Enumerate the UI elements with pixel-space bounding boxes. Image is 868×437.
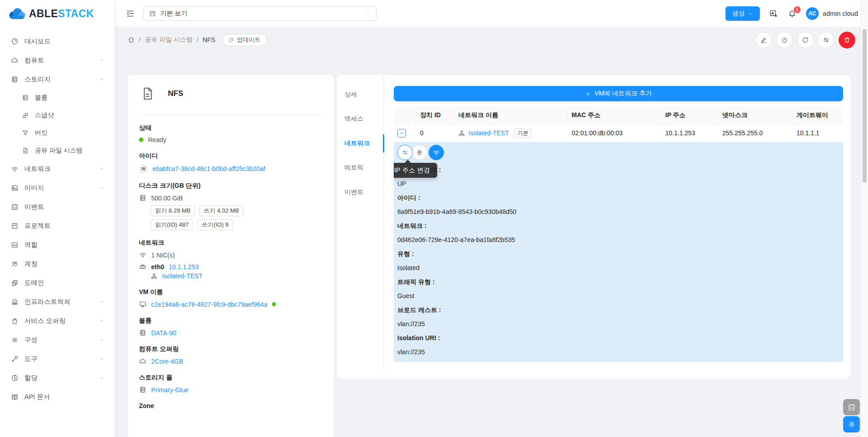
resource-id-link[interactable]: ebabfca7-38cd-46c1-b0bd-aff25c3b20af [153,165,265,172]
service-offerings-icon [11,317,19,325]
chevron-down-icon [365,11,371,16]
dashboard-icon [11,38,19,45]
cell-device-id: 0 [415,129,454,137]
tab-events[interactable]: 이벤트 [344,180,383,204]
sidebar-item-configuration[interactable]: 구성 [0,330,114,349]
page-scrollbar[interactable] [861,0,868,437]
vm-status-dot [272,302,276,306]
sidebar-item-events[interactable]: 이벤트 [0,197,114,216]
tab-details[interactable]: 상세 [344,82,383,107]
nic-detail-value: vlan://235 [397,320,839,328]
nic-detail-label: 네트워크 : [397,222,839,230]
sidebar-item-accounts[interactable]: 계정 [0,254,114,273]
cell-mac: 02:01:00:db:00:03 [567,129,661,137]
project-view-icon [149,10,156,17]
sidebar-item-image[interactable]: 이미지 [0,178,114,197]
sidebar-item-domains[interactable]: 도메인 [0,273,114,292]
nic-detail-label: 아이디 : [397,194,839,202]
volume-label: 볼륨 [139,317,323,325]
monitor-icon [139,300,147,308]
change-ip-button[interactable] [397,145,413,160]
sidebar-item-dashboard[interactable]: 대시보드 [0,32,114,51]
barcode-icon [139,164,148,173]
scrollbar-thumb[interactable] [863,29,867,183]
network-tree-icon [151,273,157,280]
trash-icon [843,36,851,44]
sidebar-item-tools[interactable]: 도구 [0,349,114,368]
create-button[interactable]: 생성 [725,6,760,21]
sidebar-item-projects[interactable]: 프로젝트 [0,216,114,235]
stop-button[interactable] [776,32,793,48]
image-icon [11,184,19,192]
sidebar-item-network[interactable]: 네트워크 [0,159,114,178]
default-tag: 기본 [514,128,532,138]
home-icon[interactable] [128,36,135,43]
edit-button[interactable] [755,32,772,48]
delete-button[interactable] [839,32,855,48]
network-name-link[interactable]: Isolated-TEST [468,129,509,137]
cell-gateway: 10.1.1.1 [792,129,843,137]
disk-stat-tags: 읽기 8.29 MB쓰기 4.02 MB읽기(IO) 487쓰기(IO) 9 [151,205,323,230]
domains-icon [11,279,19,287]
volume-link[interactable]: DATA-90 [151,329,176,337]
nic-ip-link[interactable]: 10.1.1.253 [169,263,199,271]
sidebar-item-snapshot[interactable]: 스냅샷 [0,106,114,124]
nic-network-link[interactable]: Isolated-TEST [162,272,202,280]
swap-icon [822,36,830,44]
sidebar-item-roles[interactable]: 역할 [0,235,114,254]
nic-detail-label: 디바이스 상태 : [397,166,839,174]
nic-detail-label: 유형 : [397,250,839,258]
sidebar-item-label: 컴퓨트 [24,56,44,65]
restart-button[interactable] [797,32,814,48]
disk-icon [139,194,147,202]
nic-table-row: 0 Isolated-TEST 기본 02:01:00:db:00:03 10.… [394,124,843,142]
sidebar-item-volume[interactable]: 볼륨 [0,89,114,106]
disk-size-label: 디스크 크기(GB 단위) [139,182,323,190]
user-menu[interactable]: AC admin cloud [806,7,858,20]
sidebar-item-storage[interactable]: 스토리지 [0,70,114,89]
cell-ip: 10.1.1.253 [661,129,718,137]
storage-pool-label: 스토리지 풀 [139,374,323,382]
sidebar-item-api-docs[interactable]: API 문서 [0,387,114,406]
api-docs-icon [11,393,19,401]
chevron-down-icon [99,166,105,171]
tab-access[interactable]: 액세스 [344,107,383,131]
menu-fold-icon[interactable] [126,9,135,18]
shared-filesystem-icon [22,147,29,154]
sidebar-item-compute[interactable]: 컴퓨트 [0,51,114,70]
network-tab-panel: VM에 네트워크 추가 장치 ID네트워크 이름MAC 주소IP 주소넷마스크게… [384,75,843,371]
compute-offering-link[interactable]: 2Core-4GB [151,358,183,365]
sidebar-item-service-offerings[interactable]: 서비스 오퍼링 [0,311,114,330]
notifications-button[interactable]: 1 [787,9,797,19]
cloud-icon [139,357,147,365]
add-network-button[interactable]: VM에 네트워크 추가 [394,86,843,101]
nic-table: 장치 ID네트워크 이름MAC 주소IP 주소넷마스크게이트웨이 0 Isola… [394,107,843,362]
sidebar-submenu-storage: 볼륨스냅샷버킷공유 파일 시스템 [0,89,114,159]
migrate-button[interactable] [818,32,835,48]
storage-pool-link[interactable]: Primary-Glue [151,386,188,394]
resource-title: NFS [168,89,183,98]
network-permissions-button[interactable] [429,145,444,160]
sidebar-item-shared-filesystem[interactable]: 공유 파일 시스템 [0,142,114,159]
tab-network[interactable]: 네트워크 [344,131,383,156]
secondary-ip-button[interactable] [412,145,427,160]
sidebar-item-label: 할당 [24,374,38,382]
settings-button[interactable] [843,416,860,432]
breadcrumb-shared-fs[interactable]: 공유 파일 시스템 [145,36,193,44]
sidebar-item-allocation[interactable]: 할당 [0,368,114,387]
update-button[interactable]: 업데이트 [222,34,267,46]
view-select[interactable]: 기본 보기 [143,6,377,21]
compute-icon [11,57,19,64]
event-log-button[interactable] [843,399,860,415]
sidebar-item-bucket[interactable]: 버킷 [0,124,114,142]
nic-detail-value: Isolated [397,264,839,272]
plus-icon [585,91,591,97]
disk-stat-tag: 쓰기(IO) 9 [197,219,233,230]
translate-icon[interactable] [769,9,778,19]
vm-link[interactable]: c2e194a6-ac78-4827-9fc9-dbc79aef964a [151,301,267,308]
events-icon [11,203,19,211]
ablestack-logo[interactable]: ABLESTACK [0,0,114,27]
collapse-row-button[interactable] [397,129,406,138]
tab-metrics[interactable]: 메트릭 [344,156,383,180]
sidebar-item-infrastructure[interactable]: 인프라스트럭쳐 [0,292,114,311]
